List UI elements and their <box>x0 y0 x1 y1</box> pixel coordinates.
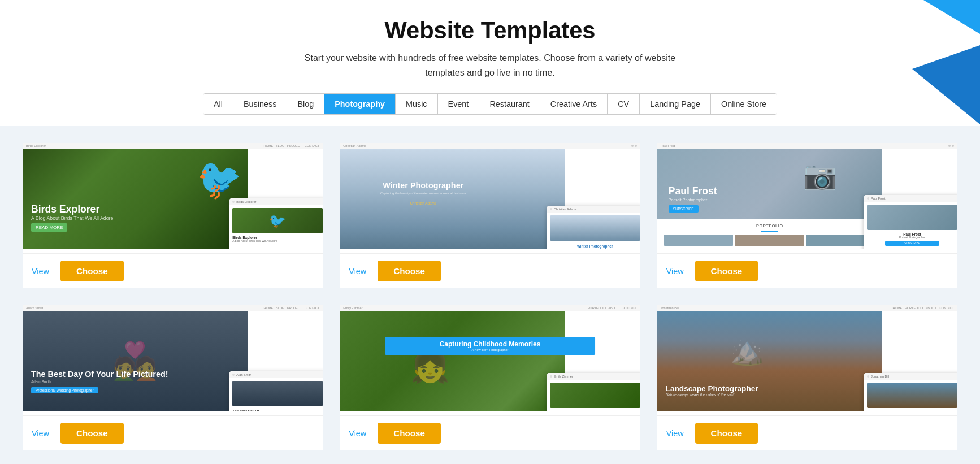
birds-background: 🐦 <box>23 149 248 249</box>
view-button-wedding[interactable]: View <box>32 429 49 438</box>
mobile-content-landscape: Landscape Photographer <box>864 380 957 411</box>
page-subtitle: Start your website with hundreds of free… <box>292 51 688 80</box>
mock-topbar-wedding: Adam Smith HOME BLOG PROJECT CONTACT <box>23 305 323 311</box>
landscape-main-text: Landscape Photographer Nature always wea… <box>666 384 758 397</box>
mobile-mock-pf: Paul Frost Paul Frost Portrait Photograp… <box>864 195 957 249</box>
mock-topbar-pf: Paul Frost <box>657 143 957 149</box>
template-card-winter: Christian Adams Winter Photographer Capt… <box>340 143 640 288</box>
mobile-header-wedding: Alan Smith <box>229 371 323 378</box>
card-actions-wedding: View Choose <box>23 415 323 450</box>
template-card-childhood: Emily Zimmer PORTFOLIO ABOUT CONTACT 👧 C… <box>340 305 640 450</box>
view-button-birds[interactable]: View <box>32 267 49 276</box>
mock-topbar-winter: Christian Adams <box>340 143 640 149</box>
mobile-content: Birds Explorer A Blog About Birds That W… <box>229 205 323 249</box>
main-content: Birds Explorer HOME BLOG PROJECT CONTACT… <box>0 126 980 464</box>
card-actions-birds: View Choose <box>23 253 323 288</box>
tab-landing-page[interactable]: Landing Page <box>640 94 711 114</box>
choose-button-birds[interactable]: Choose <box>60 261 124 281</box>
mobile-img-winter <box>550 215 640 241</box>
birds-main-text: Birds Explorer A Blog About Birds That W… <box>31 203 113 232</box>
template-preview-winter: Christian Adams Winter Photographer Capt… <box>340 143 640 253</box>
choose-button-winter[interactable]: Choose <box>378 261 441 281</box>
mobile-content-winter: Winter Photographer Christian Adams <box>547 213 640 249</box>
mobile-header-pf: Paul Frost <box>864 195 957 202</box>
mobile-img-wedding <box>232 381 323 406</box>
view-button-winter[interactable]: View <box>349 267 366 276</box>
mobile-content-wedding: The Best Day Of Your Life <box>229 378 323 411</box>
template-card-birds-explorer: Birds Explorer HOME BLOG PROJECT CONTACT… <box>23 143 323 288</box>
choose-button-landscape[interactable]: Choose <box>695 423 758 444</box>
mobile-header: Birds Explorer <box>229 198 323 205</box>
mock-topbar-childhood: Emily Zimmer PORTFOLIO ABOUT CONTACT <box>340 305 640 311</box>
mobile-mock-wedding: Alan Smith The Best Day Of Your Life <box>229 371 323 411</box>
tab-online-store[interactable]: Online Store <box>711 94 777 114</box>
choose-button-wedding[interactable]: Choose <box>60 423 124 444</box>
tab-blog[interactable]: Blog <box>287 94 324 114</box>
choose-button-pf[interactable]: Choose <box>695 261 758 281</box>
mobile-img <box>232 208 323 233</box>
card-actions-landscape: View Choose <box>657 415 957 450</box>
mobile-mock-childhood: Emily Zimmer Capturing Childhood Memorie… <box>547 373 640 411</box>
desktop-mock-birds: Birds Explorer HOME BLOG PROJECT CONTACT… <box>23 143 323 253</box>
choose-button-childhood[interactable]: Choose <box>378 423 441 444</box>
view-button-landscape[interactable]: View <box>666 429 684 438</box>
childhood-main-text: Capturing Childhood Memories A New Born … <box>385 337 595 355</box>
tab-event[interactable]: Event <box>438 94 480 114</box>
mobile-content-childhood: Capturing Childhood Memories <box>547 380 640 411</box>
mobile-img-pf <box>867 205 957 230</box>
mobile-mock-landscape: Jonathen Bill Landscape Photographer <box>864 373 957 411</box>
pf-main-text: Paul Frost Portrait Photographer SUBSCRI… <box>669 185 717 213</box>
mobile-mock-winter: Christian Adams Winter Photographer Chri… <box>547 206 640 249</box>
mock-topbar: Birds Explorer HOME BLOG PROJECT CONTACT <box>23 143 323 149</box>
winter-main-text: Winter Photographer Capturing the beauty… <box>355 181 491 207</box>
pf-portfolio-section: PORTFOLIO <box>657 219 882 249</box>
mobile-img-landscape <box>867 383 957 408</box>
desktop-mock-winter: Christian Adams Winter Photographer Capt… <box>340 143 640 253</box>
mobile-header-winter: Christian Adams <box>547 206 640 213</box>
tab-business[interactable]: Business <box>233 94 287 114</box>
mock-topbar-landscape: Jonathen Bill HOME PORTFOLIO ABOUT CONTA… <box>657 305 957 311</box>
template-grid: Birds Explorer HOME BLOG PROJECT CONTACT… <box>23 143 957 450</box>
desktop-mock-wedding: Adam Smith HOME BLOG PROJECT CONTACT 💑 T… <box>23 305 323 415</box>
desktop-mock-paulfrost: Paul Frost 📷 Paul Frost Portrait Photogr <box>657 143 957 253</box>
template-preview-paulfrost: Paul Frost 📷 Paul Frost Portrait Photogr <box>657 143 957 253</box>
filter-tabs: All Business Blog Photography Music Even… <box>203 93 777 115</box>
header-decoration <box>912 0 980 113</box>
mobile-mock-birds: Birds Explorer Birds Explorer A Blog Abo… <box>229 198 323 249</box>
card-actions-pf: View Choose <box>657 253 957 288</box>
desktop-mock-landscape: Jonathen Bill HOME PORTFOLIO ABOUT CONTA… <box>657 305 957 415</box>
template-card-wedding: Adam Smith HOME BLOG PROJECT CONTACT 💑 T… <box>23 305 323 450</box>
childhood-background: 👧 <box>340 311 565 411</box>
template-card-landscape: Jonathen Bill HOME PORTFOLIO ABOUT CONTA… <box>657 305 957 450</box>
template-preview-childhood: Emily Zimmer PORTFOLIO ABOUT CONTACT 👧 C… <box>340 305 640 415</box>
view-button-childhood[interactable]: View <box>349 429 366 438</box>
card-actions-winter: View Choose <box>340 253 640 288</box>
tab-photography[interactable]: Photography <box>324 94 396 114</box>
page-header: Website Templates Start your website wit… <box>0 0 980 126</box>
card-actions-childhood: View Choose <box>340 415 640 450</box>
tab-restaurant[interactable]: Restaurant <box>479 94 540 114</box>
tab-creative-arts[interactable]: Creative Arts <box>540 94 608 114</box>
tab-music[interactable]: Music <box>396 94 438 114</box>
desktop-mock-childhood: Emily Zimmer PORTFOLIO ABOUT CONTACT 👧 C… <box>340 305 640 415</box>
template-preview-wedding: Adam Smith HOME BLOG PROJECT CONTACT 💑 T… <box>23 305 323 415</box>
template-preview-landscape: Jonathen Bill HOME PORTFOLIO ABOUT CONTA… <box>657 305 957 415</box>
mobile-img-childhood <box>550 383 640 408</box>
winter-background: Winter Photographer Capturing the beauty… <box>340 149 565 249</box>
tab-cv[interactable]: CV <box>608 94 640 114</box>
wedding-main-text: The Best Day Of Your Life Pictured! Adam… <box>31 370 168 394</box>
tab-all[interactable]: All <box>203 94 233 114</box>
template-preview-birds: Birds Explorer HOME BLOG PROJECT CONTACT… <box>23 143 323 253</box>
mobile-header-landscape: Jonathen Bill <box>864 373 957 380</box>
mobile-content-pf: Paul Frost Portrait Photographer SUBSCRI… <box>864 202 957 249</box>
template-card-paulfrost: Paul Frost 📷 Paul Frost Portrait Photogr <box>657 143 957 288</box>
view-button-pf[interactable]: View <box>666 267 684 276</box>
mobile-header-childhood: Emily Zimmer <box>547 373 640 380</box>
page-title: Website Templates <box>11 17 969 44</box>
wedding-background: 💑 <box>23 311 248 411</box>
